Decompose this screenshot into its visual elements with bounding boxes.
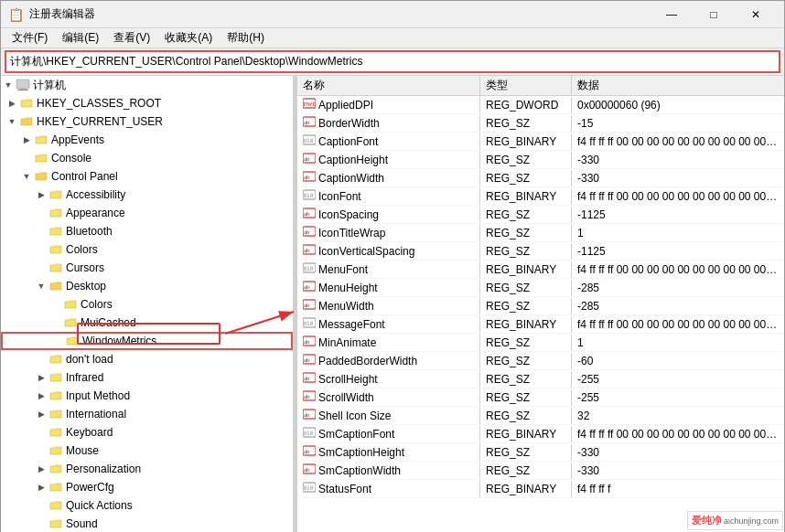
tree-item-hkcr[interactable]: ▶HKEY_CLASSES_ROOT xyxy=(1,94,293,112)
tree-item-windowmetrics[interactable]: WindowMetrics xyxy=(1,332,293,350)
tree-item-accessibility[interactable]: ▶Accessibility xyxy=(1,186,293,204)
tree-item-colors[interactable]: Colors xyxy=(1,240,293,259)
reg-row[interactable]: abIconSpacingREG_SZ-1125 xyxy=(297,206,784,224)
tree-toggle-muicached[interactable] xyxy=(48,315,63,330)
tree-item-infrared[interactable]: ▶Infrared xyxy=(1,368,293,387)
reg-row[interactable]: abPaddedBorderWidthREG_SZ-60 xyxy=(297,352,784,370)
tree-item-dontload[interactable]: don't load xyxy=(1,350,293,368)
tree-item-desktop-colors[interactable]: Colors xyxy=(1,295,293,314)
close-button[interactable]: ✕ xyxy=(735,1,777,28)
tree-item-keyboard[interactable]: Keyboard xyxy=(1,423,293,442)
reg-row[interactable]: abMenuHeightREG_SZ-285 xyxy=(297,279,784,297)
tree-item-appearance[interactable]: Appearance xyxy=(1,204,293,222)
reg-row[interactable]: DWDAppliedDPIREG_DWORD0x00000060 (96) xyxy=(297,96,784,114)
tree-toggle-appevents[interactable]: ▶ xyxy=(19,133,34,147)
reg-name-text: SmCaptionWidth xyxy=(318,464,401,477)
reg-name-text: PaddedBorderWidth xyxy=(318,355,417,367)
minimize-button[interactable]: — xyxy=(651,1,693,28)
tree-toggle-powercfg[interactable]: ▶ xyxy=(34,480,48,495)
tree-item-powercfg[interactable]: ▶PowerCfg xyxy=(1,478,293,496)
tree-item-appevents[interactable]: ▶AppEvents xyxy=(1,131,293,149)
svg-text:ab: ab xyxy=(304,338,310,346)
tree-label-sound: Sound xyxy=(66,517,98,530)
tree-label-keyboard: Keyboard xyxy=(66,426,113,439)
reg-row[interactable]: 010MenuFontREG_BINARYf4 ff ff ff 00 00 0… xyxy=(297,261,784,279)
menu-file[interactable]: 文件(F) xyxy=(5,28,55,48)
tree-toggle-inputmethod[interactable]: ▶ xyxy=(34,388,48,403)
reg-row[interactable]: abCaptionHeightREG_SZ-330 xyxy=(297,151,784,169)
folder-icon-appearance xyxy=(48,207,63,219)
tree-toggle-desktop[interactable]: ▼ xyxy=(34,279,48,293)
reg-data-cell: f4 ff ff ff 00 00 00 00 00 00 00 00 00 0… xyxy=(572,316,784,333)
reg-row[interactable]: abMenuWidthREG_SZ-285 xyxy=(297,297,784,315)
tree-toggle-bluetooth[interactable] xyxy=(34,224,48,239)
tree-toggle-infrared[interactable]: ▶ xyxy=(34,370,48,385)
reg-row[interactable]: 010SmCaptionFontREG_BINARYf4 ff ff ff 00… xyxy=(297,425,784,443)
tree-toggle-controlpanel[interactable]: ▼ xyxy=(19,169,34,184)
reg-row[interactable]: abSmCaptionWidthREG_SZ-330 xyxy=(297,462,784,480)
tree-toggle-dontload[interactable] xyxy=(34,352,48,367)
tree-item-quickactions[interactable]: Quick Actions xyxy=(1,496,293,515)
tree-toggle-computer[interactable]: ▼ xyxy=(1,78,16,92)
reg-data-cell: -15 xyxy=(572,115,784,132)
tree-label-powercfg: PowerCfg xyxy=(66,481,114,494)
reg-row[interactable]: abCaptionWidthREG_SZ-330 xyxy=(297,169,784,187)
reg-type-icon: ab xyxy=(303,299,316,313)
folder-icon-controlpanel xyxy=(34,170,48,183)
address-bar[interactable]: 计算机\HKEY_CURRENT_USER\Control Panel\Desk… xyxy=(5,50,780,73)
tree-item-hkcu[interactable]: ▼HKEY_CURRENT_USER xyxy=(1,112,293,131)
svg-marker-22 xyxy=(50,447,61,454)
tree-toggle-mouse[interactable] xyxy=(34,443,48,458)
tree-item-sound[interactable]: Sound xyxy=(1,515,293,532)
reg-type-cell: REG_SZ xyxy=(480,115,572,132)
reg-row[interactable]: abIconVerticalSpacingREG_SZ-1125 xyxy=(297,242,784,261)
tree-toggle-accessibility[interactable]: ▶ xyxy=(34,187,48,202)
reg-row[interactable]: abScrollHeightREG_SZ-255 xyxy=(297,370,784,388)
tree-toggle-keyboard[interactable] xyxy=(34,425,48,440)
reg-row[interactable]: 010CaptionFontREG_BINARYf4 ff ff ff 00 0… xyxy=(297,133,784,151)
tree-toggle-console[interactable] xyxy=(19,151,34,165)
tree-label-hkcu: HKEY_CURRENT_USER xyxy=(37,115,163,128)
reg-row[interactable]: 010StatusFontREG_BINARYf4 ff ff f xyxy=(297,480,784,498)
folder-icon-muicached xyxy=(63,316,78,329)
tree-item-console[interactable]: Console xyxy=(1,149,293,167)
reg-row[interactable]: 010MessageFontREG_BINARYf4 ff ff ff 00 0… xyxy=(297,315,784,334)
tree-toggle-desktop-colors[interactable] xyxy=(48,297,63,312)
maximize-button[interactable]: □ xyxy=(693,1,735,28)
tree-item-cursors[interactable]: Cursors xyxy=(1,259,293,277)
tree-toggle-appearance[interactable] xyxy=(34,206,48,220)
reg-type-cell: REG_BINARY xyxy=(480,481,572,497)
menu-view[interactable]: 查看(V) xyxy=(106,28,157,48)
reg-row[interactable]: abBorderWidthREG_SZ-15 xyxy=(297,114,784,133)
tree-item-mouse[interactable]: Mouse xyxy=(1,442,293,460)
reg-row[interactable]: abSmCaptionHeightREG_SZ-330 xyxy=(297,443,784,462)
reg-row[interactable]: abShell Icon SizeREG_SZ32 xyxy=(297,407,784,425)
tree-toggle-cursors[interactable] xyxy=(34,261,48,275)
tree-toggle-international[interactable]: ▶ xyxy=(34,407,48,421)
tree-toggle-hkcu[interactable]: ▼ xyxy=(5,114,19,129)
menu-edit[interactable]: 编辑(E) xyxy=(55,28,106,48)
tree-item-inputmethod[interactable]: ▶Input Method xyxy=(1,387,293,405)
tree-toggle-colors[interactable] xyxy=(34,242,48,257)
tree-label-personalization: Personalization xyxy=(66,463,141,475)
tree-toggle-personalization[interactable]: ▶ xyxy=(34,462,48,476)
tree-item-muicached[interactable]: MuiCached xyxy=(1,314,293,332)
tree-item-international[interactable]: ▶International xyxy=(1,405,293,423)
tree-item-personalization[interactable]: ▶Personalization xyxy=(1,460,293,478)
svg-marker-23 xyxy=(50,465,61,473)
reg-type-icon: ab xyxy=(303,171,316,185)
tree-toggle-sound[interactable] xyxy=(34,516,48,531)
tree-item-bluetooth[interactable]: Bluetooth xyxy=(1,222,293,240)
menu-help[interactable]: 帮助(H) xyxy=(220,28,272,48)
reg-row[interactable]: abScrollWidthREG_SZ-255 xyxy=(297,388,784,407)
menu-favorites[interactable]: 收藏夹(A) xyxy=(157,28,220,48)
reg-row[interactable]: abIconTitleWrapREG_SZ1 xyxy=(297,224,784,242)
tree-toggle-hkcr[interactable]: ▶ xyxy=(5,96,19,111)
tree-item-computer[interactable]: ▼计算机 xyxy=(1,76,293,94)
tree-toggle-windowmetrics[interactable] xyxy=(50,334,65,348)
reg-row[interactable]: abMinAnimateREG_SZ1 xyxy=(297,334,784,352)
tree-item-desktop[interactable]: ▼Desktop xyxy=(1,277,293,295)
tree-toggle-quickactions[interactable] xyxy=(34,498,48,513)
reg-row[interactable]: 010IconFontREG_BINARYf4 ff ff ff 00 00 0… xyxy=(297,187,784,206)
tree-item-controlpanel[interactable]: ▼Control Panel xyxy=(1,167,293,186)
